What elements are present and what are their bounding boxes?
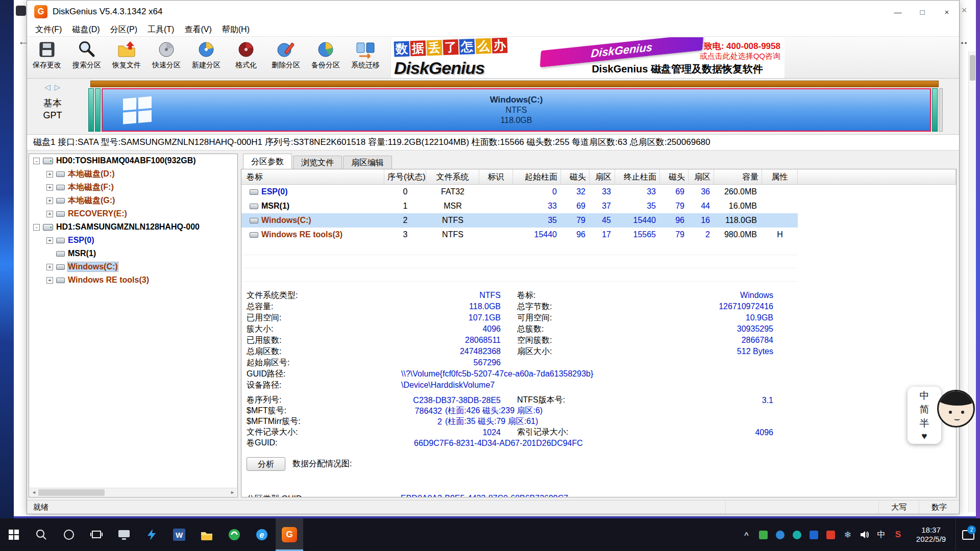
expand-icon[interactable]: + [46, 197, 53, 204]
ime-simplified-label[interactable]: 简 [920, 403, 929, 416]
taskbar-app-word[interactable]: W [165, 518, 193, 551]
minimize-button[interactable]: — [886, 1, 910, 23]
tree-item-local-disk-d[interactable]: + 本地磁盘(D:) [29, 167, 237, 181]
taskbar-app-green[interactable] [220, 518, 248, 551]
diskbar-partition-windows-c[interactable]: Windows(C:) NTFS 118.0GB [102, 88, 931, 132]
next-disk-icon[interactable]: ▷ [55, 83, 65, 91]
taskbar-app-lightning[interactable] [138, 518, 165, 551]
tray-qq-app[interactable] [805, 518, 822, 551]
start-button[interactable] [0, 518, 28, 551]
collapse-icon[interactable]: - [33, 224, 40, 231]
ime-status-panel[interactable]: 中 简 半 ♥ [908, 387, 941, 444]
menu-help[interactable]: 帮助(H) [217, 24, 255, 35]
titlebar[interactable]: G DiskGenius V5.4.3.1342 x64 — □ × [27, 1, 959, 23]
tray-red-app[interactable] [822, 518, 839, 551]
tree-item-msr[interactable]: MSR(1) [29, 247, 237, 260]
diskbar-free-space[interactable] [939, 88, 943, 132]
col-tag[interactable]: 标识 [479, 169, 513, 184]
tray-green-app[interactable] [755, 518, 772, 551]
taskbar-app-file-explorer[interactable] [193, 518, 220, 551]
background-scrollbar[interactable] [968, 51, 976, 512]
tree-item-hd0[interactable]: - HD0:TOSHIBAMQ04ABF100(932GB) [29, 154, 237, 167]
collapse-icon[interactable]: - [33, 158, 40, 164]
ad-banner[interactable]: 数 据 丢 了 怎 么 办 !! DiskGenius DiskGenius 致… [390, 37, 785, 78]
tray-snowflake-app[interactable]: ❄ [839, 518, 856, 551]
tray-teal-app[interactable] [789, 518, 805, 551]
tree-item-local-disk-g[interactable]: + 本地磁盘(G:) [29, 194, 237, 207]
close-button[interactable]: × [935, 1, 959, 23]
toolbar-button-format[interactable]: 格式化 [226, 37, 266, 78]
col-end-head[interactable]: 磁头 [660, 169, 689, 184]
prev-disk-icon[interactable]: ◁ [44, 83, 55, 91]
tab-browse-files[interactable]: 浏览文件 [293, 156, 342, 169]
menu-view[interactable]: 查看(V) [179, 24, 216, 35]
col-attributes[interactable]: 属性 [762, 169, 798, 184]
volume-button[interactable] [856, 518, 873, 551]
background-scrollbar-thumb[interactable] [970, 55, 975, 81]
expand-icon[interactable]: + [46, 171, 53, 178]
scroll-right-icon[interactable]: ► [228, 490, 237, 495]
expand-icon[interactable]: + [46, 277, 53, 284]
tree-horizontal-scrollbar[interactable]: ◄ ► [30, 488, 237, 496]
toolbar-button-search-partition[interactable]: 搜索分区 [67, 37, 107, 78]
ime-lang-label[interactable]: 中 [920, 389, 929, 403]
col-start-sector[interactable]: 扇区 [590, 169, 615, 184]
toolbar-button-backup-partition[interactable]: 备份分区 [306, 37, 346, 78]
taskbar-clock[interactable]: 18:37 2022/5/9 [906, 525, 955, 544]
tree-item-windows-re-tools[interactable]: + Windows RE tools(3) [29, 273, 237, 287]
toolbar-button-system-migration[interactable]: 系统迁移 [346, 37, 385, 78]
diskbar-partition-esp[interactable] [88, 88, 94, 132]
scrollbar-thumb[interactable] [38, 489, 105, 496]
tree-item-esp[interactable]: + ESP(0) [29, 234, 237, 247]
taskbar-search-button[interactable] [28, 518, 55, 551]
tab-partition-parameters[interactable]: 分区参数 [243, 154, 292, 169]
table-row-windows-re[interactable]: Windows RE tools(3) 3 NTFS 15440 96 17 1… [241, 228, 798, 242]
taskbar-app-monitor[interactable] [110, 518, 138, 551]
analyze-button[interactable]: 分析 [247, 457, 285, 471]
col-end-sector[interactable]: 扇区 [689, 169, 714, 184]
col-start-cylinder[interactable]: 起始柱面 [513, 169, 561, 184]
tree-item-recovery-e[interactable]: + RECOVERY(E:) [29, 207, 237, 220]
hidden-icons-button[interactable]: ^ [738, 518, 755, 551]
toolbar-button-save-changes[interactable]: 保存更改 [27, 37, 67, 78]
toolbar-button-new-partition[interactable]: 新建分区 [186, 37, 226, 78]
tray-blue-app[interactable] [772, 518, 789, 551]
action-center-button[interactable]: 2 [955, 518, 980, 551]
expand-icon[interactable]: + [46, 184, 53, 191]
taskbar-app-edge[interactable]: e [248, 518, 276, 551]
toolbar-button-delete-partition[interactable]: 删除分区 [266, 37, 306, 78]
tab-sector-edit[interactable]: 扇区编辑 [343, 156, 392, 169]
table-row-esp[interactable]: ESP(0) 0 FAT32 0 32 33 33 69 36 260.0MB [241, 185, 798, 199]
tree-item-windows-c[interactable]: + Windows(C:) [29, 260, 237, 273]
tray-s-app[interactable]: S [890, 518, 906, 551]
menu-disk[interactable]: 磁盘(D) [67, 24, 105, 35]
menu-partition[interactable]: 分区(P) [105, 24, 142, 35]
menu-tools[interactable]: 工具(T) [142, 24, 179, 35]
tree-item-hd1[interactable]: - HD1:SAMSUNGMZNLN128HAHQ-000 [29, 220, 237, 234]
ime-halfwidth-label[interactable]: 半 [920, 417, 929, 430]
menu-file[interactable]: 文件(F) [30, 24, 67, 35]
col-start-head[interactable]: 磁头 [561, 169, 590, 184]
col-filesystem[interactable]: 文件系统 [426, 169, 479, 184]
col-capacity[interactable]: 容量 [714, 169, 762, 184]
col-volume[interactable]: 卷标 [241, 169, 384, 184]
toolbar-button-recover-files[interactable]: 恢复文件 [107, 37, 146, 78]
maximize-button[interactable]: □ [910, 1, 935, 23]
disk-header-bar[interactable] [90, 81, 939, 87]
tree-item-local-disk-f[interactable]: + 本地磁盘(F:) [29, 181, 237, 194]
col-seq-status[interactable]: 序号(状态) [384, 169, 426, 184]
table-row-msr[interactable]: MSR(1) 1 MSR 33 69 37 35 79 44 16.0MB [241, 199, 798, 213]
expand-icon[interactable]: + [46, 264, 53, 270]
ad-qq-link[interactable]: 或点击此处选择QQ咨询 [700, 52, 780, 61]
toolbar-button-quick-partition[interactable]: 快速分区 [146, 37, 186, 78]
cortana-button[interactable] [55, 518, 83, 551]
scroll-left-icon[interactable]: ◄ [30, 490, 38, 495]
table-row-windows-c-selected[interactable]: Windows(C:) 2 NTFS 35 79 45 15440 96 16 … [241, 213, 798, 228]
col-end-cylinder[interactable]: 终止柱面 [615, 169, 660, 184]
ime-mode-button[interactable]: 中 [873, 518, 890, 551]
expand-icon[interactable]: + [46, 211, 53, 217]
diskbar-partition-re-tools[interactable] [932, 88, 938, 132]
task-view-button[interactable] [83, 518, 110, 551]
taskbar-app-diskgenius-active[interactable]: G [276, 518, 303, 551]
expand-icon[interactable]: + [46, 237, 53, 244]
